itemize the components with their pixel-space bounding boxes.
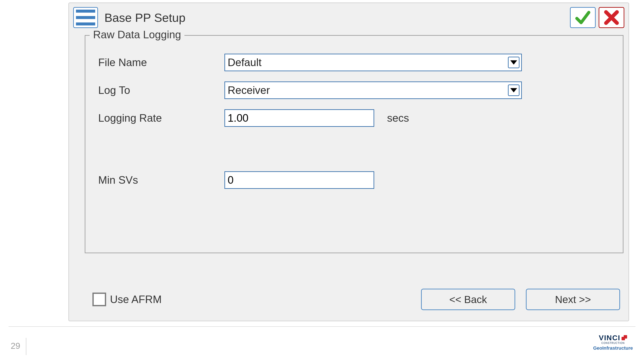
logging-rate-units: secs xyxy=(387,112,409,124)
log-to-value: Receiver xyxy=(228,84,270,96)
divider xyxy=(8,326,636,327)
file-name-combo[interactable]: Default xyxy=(224,54,522,71)
logging-rate-input[interactable] xyxy=(224,109,374,127)
file-name-value: Default xyxy=(228,56,262,69)
chevron-down-icon xyxy=(508,84,520,96)
page-title: Base PP Setup xyxy=(104,11,186,24)
page-number: 29 xyxy=(11,338,26,355)
titlebar: Base PP Setup xyxy=(72,5,626,30)
group-legend: Raw Data Logging xyxy=(90,28,184,41)
brand-sub2: GeoInfrastructure xyxy=(593,346,633,351)
use-afrm-label: Use AFRM xyxy=(110,293,162,306)
menu-button[interactable] xyxy=(73,7,98,28)
min-svs-input[interactable] xyxy=(224,171,374,189)
hamburger-icon xyxy=(76,10,95,13)
use-afrm-checkbox[interactable]: Use AFRM xyxy=(92,293,162,306)
checkbox-icon xyxy=(92,293,106,306)
dialog-base-pp-setup: Base PP Setup Raw Data Logging xyxy=(68,2,629,321)
raw-data-logging-group: Raw Data Logging File Name Default Log T… xyxy=(85,35,624,253)
next-button[interactable]: Next >> xyxy=(526,289,620,310)
min-svs-label: Min SVs xyxy=(98,174,224,186)
chevron-down-icon xyxy=(508,57,520,68)
cancel-button[interactable] xyxy=(599,7,624,28)
brand-mark-icon xyxy=(622,335,627,341)
footer-row: Use AFRM << Back Next >> xyxy=(92,289,620,310)
brand-sub1: CONSTRUCTION xyxy=(593,342,633,345)
confirm-button[interactable] xyxy=(570,7,596,28)
checkmark-icon xyxy=(574,9,591,26)
logging-rate-label: Logging Rate xyxy=(98,112,224,124)
close-icon xyxy=(603,9,620,26)
log-to-combo[interactable]: Receiver xyxy=(224,81,522,99)
back-button[interactable]: << Back xyxy=(421,289,515,310)
log-to-label: Log To xyxy=(98,84,224,96)
file-name-label: File Name xyxy=(98,56,224,69)
vinci-logo: VINCI CONSTRUCTION GeoInfrastructure xyxy=(593,334,633,351)
brand-word: VINCI xyxy=(599,334,620,342)
